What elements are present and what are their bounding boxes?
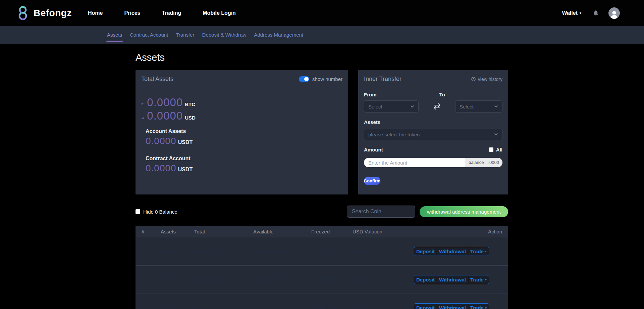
row-freezed: 0.000002	[311, 249, 353, 254]
trade-label: Trade	[470, 305, 484, 309]
col-header-action: Action	[414, 229, 508, 234]
wallet-subnav: Assets Contract Account Transfer Deposit…	[0, 26, 644, 44]
to-select-placeholder: Select	[460, 104, 474, 109]
row-total: 64754.179102	[194, 249, 253, 254]
all-amount-option[interactable]: All	[489, 147, 502, 152]
brand-logo-icon	[16, 6, 29, 20]
approx-symbol: ≈	[141, 115, 144, 121]
show-number-label: show number	[312, 76, 342, 82]
tab-assets[interactable]: Assets	[106, 26, 123, 44]
page-title: Assets	[136, 51, 508, 64]
row-usd-valution: 64754.1791	[353, 249, 414, 254]
account-assets-block: Account Assets 0.0000 USDT	[146, 128, 342, 146]
hide-zero-checkbox[interactable]	[136, 209, 140, 214]
from-select-placeholder: Select	[368, 104, 382, 109]
chevron-down-icon	[494, 105, 498, 108]
tab-deposit-withdraw[interactable]: Deposit & Withdraw	[202, 26, 247, 44]
all-label: All	[496, 147, 502, 152]
row-freezed: 0.00000000	[311, 305, 353, 309]
wallet-label: Wallet	[562, 10, 578, 16]
col-header-total: Total	[194, 229, 253, 234]
contract-account-block: Contract Account 0.0000 USDT	[146, 155, 342, 174]
balance-suffix: balance：.0000	[465, 158, 502, 167]
tab-address-management[interactable]: Address Management	[253, 26, 304, 44]
amount-input[interactable]	[364, 158, 465, 167]
nav-item-home[interactable]: Home	[88, 10, 103, 16]
withdrawal-button[interactable]: Withdrawal	[437, 247, 468, 256]
brand-name: Befongz	[34, 8, 72, 18]
account-assets-value: 0.0000	[146, 136, 176, 146]
all-checkbox[interactable]	[489, 147, 493, 152]
confirm-button[interactable]: Confirm	[364, 177, 380, 185]
amount-label: Amount	[364, 147, 383, 152]
row-usd-valution: 0.0000	[353, 305, 414, 309]
row-asset: ETH	[161, 305, 194, 309]
from-select[interactable]: Select	[364, 100, 419, 113]
table-row: 3 ETH 0 0 0.00000000 0.0000 Deposit With…	[136, 294, 508, 309]
view-history-link[interactable]: view history	[471, 77, 502, 82]
row-action-group: Deposit Withdrawal Trade▾	[414, 247, 489, 256]
main-content: Assets Total Assets show number ≈ 0.0000…	[136, 51, 508, 309]
wallet-menu[interactable]: Wallet ▾	[562, 10, 581, 16]
notifications-bell-icon[interactable]	[593, 10, 599, 16]
trade-dropdown-button[interactable]: Trade▾	[468, 304, 489, 309]
nav-item-mobile-login[interactable]: Mobile Login	[203, 10, 236, 16]
trade-dropdown-button[interactable]: Trade▾	[468, 247, 489, 256]
deposit-button[interactable]: Deposit	[414, 247, 437, 256]
col-header-freezed: Freezed	[311, 229, 353, 234]
col-header-usd-valution: USD Valution	[353, 229, 414, 234]
hide-zero-balance-option[interactable]: Hide 0 Balance	[136, 209, 177, 215]
view-history-label: view history	[478, 77, 502, 82]
clock-icon	[471, 77, 476, 82]
swap-direction-icon[interactable]	[419, 103, 455, 110]
token-select[interactable]: please select the token	[364, 129, 502, 140]
chevron-down-icon	[410, 105, 414, 108]
total-usd-line: ≈ 0.0000 USD	[141, 109, 342, 123]
row-asset: USDT	[161, 249, 194, 254]
account-assets-label: Account Assets	[146, 128, 342, 135]
deposit-button[interactable]: Deposit	[414, 304, 437, 309]
row-usd-valution: 0.0000	[353, 277, 414, 282]
row-asset: BTC	[161, 277, 194, 282]
brand[interactable]: Befongz	[16, 6, 72, 20]
search-coin-input[interactable]	[347, 206, 415, 218]
table-row: 2 BTC 0.00000000 0.00000000 0.00000000 0…	[136, 266, 508, 294]
col-header-assets: Assets	[161, 229, 194, 234]
table-row: 1 USDT 64754.179102 64754.179102 0.00000…	[136, 237, 508, 266]
nav-item-trading[interactable]: Trading	[162, 10, 181, 16]
contract-account-unit: USDT	[178, 167, 193, 173]
to-label: To	[439, 92, 445, 97]
toggle-knob	[304, 77, 309, 81]
approx-symbol: ≈	[141, 101, 144, 108]
row-freezed: 0.00000000	[311, 277, 353, 282]
row-total: 0.00000000	[194, 277, 253, 282]
total-assets-panel: Total Assets show number ≈ 0.0000 BTC ≈ …	[136, 70, 348, 194]
user-avatar[interactable]	[608, 7, 620, 19]
top-navbar: Befongz Home Prices Trading Mobile Login…	[0, 0, 644, 26]
trade-label: Trade	[470, 249, 484, 254]
total-btc-unit: BTC	[185, 101, 195, 107]
assets-label: Assets	[364, 119, 502, 125]
deposit-button[interactable]: Deposit	[414, 275, 437, 284]
row-total: 0	[194, 305, 253, 309]
tab-contract-account[interactable]: Contract Account	[129, 26, 169, 44]
withdrawal-address-management-button[interactable]: withdrawal address management	[420, 206, 508, 217]
show-number-toggle[interactable]	[299, 76, 309, 82]
chevron-down-icon: ▾	[580, 11, 581, 15]
row-available: 64754.179102	[253, 249, 311, 254]
main-nav: Home Prices Trading Mobile Login	[88, 10, 236, 16]
row-num: 3	[142, 305, 161, 309]
trade-dropdown-button[interactable]: Trade▾	[468, 275, 489, 284]
from-label: From	[364, 92, 377, 97]
chevron-down-icon: ▾	[485, 278, 487, 281]
row-action-group: Deposit Withdrawal Trade▾	[414, 303, 489, 309]
to-select[interactable]: Select	[455, 100, 502, 113]
nav-item-prices[interactable]: Prices	[124, 10, 140, 16]
col-header-available: Available	[253, 229, 311, 234]
withdrawal-button[interactable]: Withdrawal	[437, 304, 468, 309]
withdrawal-button[interactable]: Withdrawal	[437, 275, 468, 284]
tab-transfer[interactable]: Transfer	[175, 26, 195, 44]
trade-label: Trade	[470, 277, 484, 282]
total-assets-title: Total Assets	[141, 76, 173, 83]
chevron-down-icon: ▾	[485, 250, 487, 253]
